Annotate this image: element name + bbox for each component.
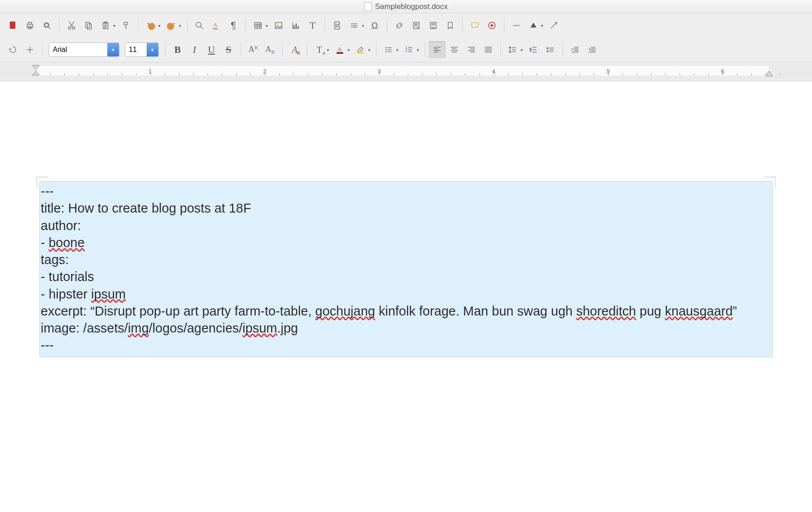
separator (307, 43, 307, 56)
right-indent-marker[interactable] (765, 70, 773, 77)
svg-rect-25 (472, 23, 478, 27)
new-style-button[interactable] (21, 41, 38, 58)
window-titlebar: Sampleblogpost.docx (0, 0, 812, 13)
separator (562, 43, 563, 56)
export-pdf-button[interactable] (4, 17, 21, 34)
insert-textbox-button[interactable]: T (304, 17, 321, 34)
formatting-marks-button[interactable]: ¶ (225, 17, 242, 34)
svg-text:A: A (213, 22, 218, 28)
window-title: Sampleblogpost.docx (375, 2, 448, 11)
decrease-indent-button[interactable] (584, 41, 601, 58)
update-style-button[interactable] (4, 41, 21, 58)
basic-shapes-button[interactable] (525, 17, 542, 34)
svg-rect-19 (298, 26, 299, 28)
font-size-dropdown-icon[interactable]: ▾ (147, 43, 158, 56)
align-center-button[interactable] (446, 41, 463, 58)
align-left-button[interactable] (429, 41, 446, 58)
svg-point-12 (196, 22, 201, 27)
highlight-button[interactable] (352, 41, 369, 58)
svg-rect-20 (335, 22, 340, 25)
svg-point-27 (491, 24, 493, 27)
separator (425, 43, 425, 56)
draw-functions-button[interactable] (546, 17, 562, 34)
clear-formatting-button[interactable]: A✕ (286, 41, 303, 58)
paste-button[interactable] (97, 17, 114, 34)
track-changes-button[interactable] (483, 17, 500, 34)
horizontal-ruler[interactable]: 123456 (0, 62, 812, 81)
insert-chart-button[interactable] (287, 17, 304, 34)
print-button[interactable] (21, 17, 38, 34)
font-name-combo[interactable]: ▾ (49, 43, 119, 57)
separator (500, 43, 501, 56)
separator (59, 19, 59, 32)
para-spacing-decrease-button[interactable] (542, 41, 559, 58)
strikethrough-button[interactable]: S (220, 41, 237, 58)
svg-rect-1 (27, 24, 33, 27)
pilcrow-icon: ¶ (231, 20, 236, 31)
spellcheck-button[interactable]: A (208, 17, 225, 34)
toolbar-standard: ▾ ▾ ▾ A ¶ ▾ T ▾ Ω ▾ (0, 13, 812, 38)
svg-point-23 (417, 27, 419, 28)
svg-text:3: 3 (406, 50, 407, 53)
superscript-button[interactable]: AB (245, 41, 262, 58)
special-char-button[interactable]: Ω (366, 17, 383, 34)
font-name-dropdown-icon[interactable]: ▾ (107, 43, 119, 56)
svg-text:A: A (338, 46, 342, 52)
separator (187, 19, 187, 32)
copy-button[interactable] (80, 17, 97, 34)
insert-comment-button[interactable] (466, 17, 483, 34)
bookmark-button[interactable] (442, 17, 459, 34)
font-color-button[interactable]: A (331, 41, 348, 58)
text-icon: T (309, 20, 315, 31)
insert-line-button[interactable] (508, 17, 525, 34)
endnote-button[interactable] (425, 17, 442, 34)
svg-rect-21 (335, 27, 340, 30)
text-selection[interactable]: --- title: How to create blog posts at 1… (39, 181, 773, 357)
underline-button[interactable]: U (203, 41, 220, 58)
svg-rect-2 (28, 22, 31, 25)
format-paintbrush-button[interactable] (118, 17, 135, 34)
line-spacing-button[interactable] (504, 41, 521, 58)
hyperlink-button[interactable] (391, 17, 408, 34)
svg-rect-30 (357, 52, 364, 54)
bullet-list-button[interactable] (380, 41, 397, 58)
align-right-button[interactable] (463, 41, 480, 58)
footnote-button[interactable] (408, 17, 425, 34)
left-indent-marker[interactable] (32, 65, 40, 76)
toolbar-formatting: ▾ ▾ B I U S AB AB A✕ Ta ▾ A ▾ ▾ ▾ 123 ▾ (0, 38, 812, 62)
svg-rect-9 (87, 24, 91, 29)
number-list-button[interactable]: 123 (401, 41, 418, 58)
find-button[interactable] (191, 17, 208, 34)
char-style-button[interactable]: Ta (311, 41, 328, 58)
redo-button[interactable] (163, 17, 180, 34)
separator (376, 43, 376, 56)
font-size-input[interactable] (125, 43, 147, 56)
font-size-combo[interactable]: ▾ (125, 43, 159, 57)
separator (387, 19, 387, 32)
para-spacing-increase-button[interactable] (525, 41, 542, 58)
print-preview-button[interactable] (38, 17, 55, 34)
italic-button[interactable]: I (186, 41, 203, 58)
svg-point-16 (276, 24, 278, 26)
svg-rect-29 (337, 52, 343, 54)
page-break-button[interactable] (329, 17, 346, 34)
document-text[interactable]: --- title: How to create blog posts at 1… (41, 183, 771, 354)
align-justify-button[interactable] (480, 41, 497, 58)
svg-point-33 (385, 51, 387, 52)
insert-table-button[interactable] (250, 17, 266, 34)
separator (325, 19, 325, 32)
undo-button[interactable] (142, 17, 159, 34)
bold-button[interactable]: B (169, 41, 186, 58)
increase-indent-button[interactable] (567, 41, 584, 58)
font-name-input[interactable] (49, 43, 107, 56)
document-area[interactable]: --- title: How to create blog posts at 1… (0, 81, 812, 512)
insert-image-button[interactable] (270, 17, 287, 34)
separator (165, 43, 165, 56)
subscript-button[interactable]: AB (262, 41, 279, 58)
toolbars: ▾ ▾ ▾ A ¶ ▾ T ▾ Ω ▾ (0, 13, 812, 62)
separator (241, 43, 241, 56)
separator (282, 43, 283, 56)
insert-field-button[interactable] (346, 17, 363, 34)
svg-rect-14 (255, 23, 262, 29)
cut-button[interactable] (63, 17, 80, 34)
